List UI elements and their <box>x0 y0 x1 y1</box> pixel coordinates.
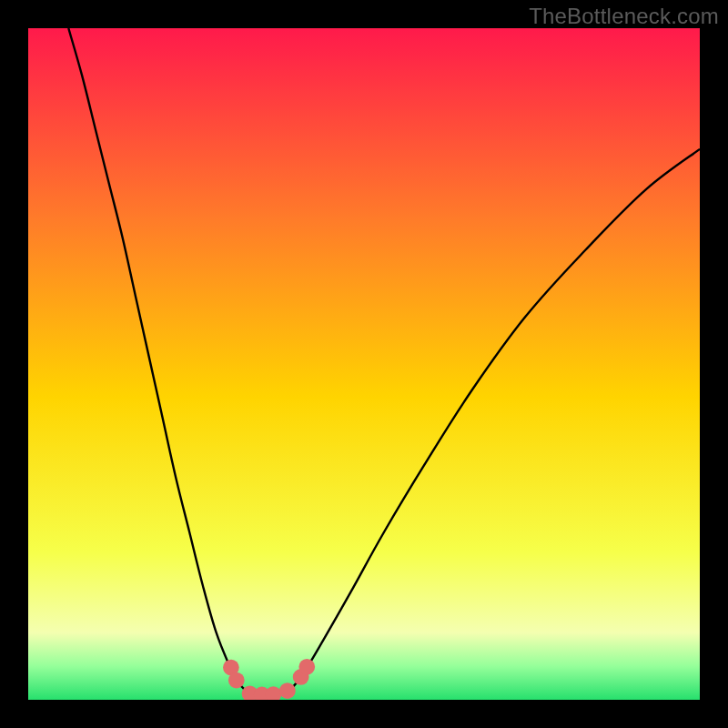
chart-svg <box>28 28 700 700</box>
curve-marker <box>279 682 296 699</box>
curve-marker <box>228 672 245 689</box>
plot-area <box>28 28 700 700</box>
curve-marker <box>298 659 315 675</box>
chart-frame: TheBottleneck.com <box>0 0 728 728</box>
gradient-background <box>28 28 700 700</box>
watermark-text: TheBottleneck.com <box>529 4 719 29</box>
